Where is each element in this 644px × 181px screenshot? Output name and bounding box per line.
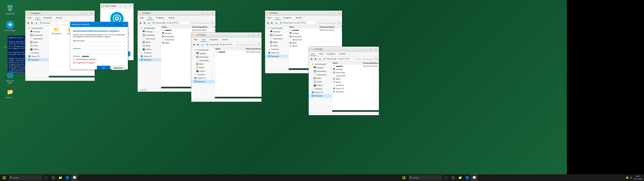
explorer-1-minimize[interactable]: ─: [80, 12, 84, 15]
sidebar-desktop-r1[interactable]: 🖥️Desktop: [265, 30, 288, 33]
taskbar-icon-cortana[interactable]: ◯: [43, 174, 50, 181]
sidebar-schnellzugriff-3[interactable]: ⭐Schnellzugriff: [191, 48, 215, 52]
explorer-r1-maximize[interactable]: □: [332, 12, 336, 15]
explorer-4-close[interactable]: ✕: [374, 48, 378, 51]
search-btn-r1[interactable]: 🔍: [338, 21, 341, 25]
explorer-1-close[interactable]: ✕: [89, 12, 94, 15]
tab-ansicht-4[interactable]: Ansicht: [338, 52, 347, 56]
sidebar-onedrive-2[interactable]: ☁️OneDrive: [138, 51, 161, 54]
sidebar-downloads-2[interactable]: ⬇️Downloads: [138, 33, 161, 37]
taskbar-icon-cortana-2[interactable]: ◯: [443, 174, 450, 181]
sidebar-netzwerk-4[interactable]: 🌐Netzwerk: [309, 94, 332, 98]
sidebar-bilder-r1[interactable]: 🖼️Bilder: [265, 40, 288, 44]
table-row-r1-1[interactable]: 📁■■■■■■ 30.02.2015 16:42 Dateiordner: [289, 28, 342, 32]
sidebar-desktop-4[interactable]: 🖥️Desktop: [309, 66, 332, 70]
sidebar-bilder-2[interactable]: 🖼️Bilder: [138, 40, 161, 44]
tab-ansicht-2[interactable]: Ansicht: [167, 16, 176, 20]
tab-datei-2[interactable]: Datei: [138, 16, 146, 20]
address-bar-2[interactable]: 🌐 Netzwerk ▶ <s1> ▶ SYSVOL: [152, 21, 190, 25]
tab-freigeben-3[interactable]: Freigeben: [208, 38, 219, 42]
up-btn-4[interactable]: ▲: [318, 57, 322, 61]
explorer-1-maximize[interactable]: □: [84, 12, 89, 15]
tab-freigeben-r1[interactable]: Freigeben: [282, 16, 293, 20]
table-row-r1-5[interactable]: 🖼️Bilder: [289, 41, 342, 44]
tab-freigeben-2[interactable]: Freigeben: [155, 16, 166, 20]
sidebar-dokumente-4[interactable]: 📄Dokumente: [309, 73, 332, 76]
sidebar-musik-1[interactable]: 🎵 Musik: [25, 44, 49, 48]
sidebar-dokumente-1[interactable]: 📄 Dokumente: [25, 37, 49, 40]
sidebar-onedrive-3[interactable]: ☁️OneDrive: [191, 73, 215, 76]
credentials-controls[interactable]: ✕: [122, 22, 126, 26]
sidebar-schnellzugriff-4[interactable]: ⭐Schnellzugriff: [309, 62, 332, 66]
sidebar-downloads-4[interactable]: ⬇️Downloads: [309, 70, 332, 73]
sidebar-musik-3[interactable]: 🎵Musik: [191, 66, 215, 69]
sidebar-dokumente-3[interactable]: 📄Dokumente: [191, 59, 215, 62]
table-row-3-1[interactable]: 📁■■■■■■ 19.02.2015 11:02 Dateiordner: [215, 50, 262, 54]
sidebar-videos-1[interactable]: 🎬 Videos: [25, 48, 49, 51]
taskbar-search-box[interactable]: 🔍 Suchen: [9, 175, 42, 180]
sidebar-dieser-pc-2[interactable]: 💻Dieser PC: [138, 54, 161, 58]
sidebar-musik-4[interactable]: 🎵Musik: [309, 80, 332, 84]
sidebar-netzwerk-r1[interactable]: 🌐Netzwerk: [265, 54, 288, 58]
sidebar-videos-3[interactable]: 🎬Videos: [191, 69, 215, 73]
sidebar-dieser-pc-r1[interactable]: 💻Dieser PC: [265, 51, 288, 54]
jabber-maximize[interactable]: □: [123, 4, 128, 8]
explorer-1-controls[interactable]: ─ □ ✕: [80, 12, 94, 15]
username-input[interactable]: [73, 42, 125, 46]
forward-btn-4[interactable]: ▶: [314, 57, 318, 61]
explorer-3-minimize[interactable]: ─: [246, 33, 251, 37]
sidebar-desktop-3[interactable]: 🖥️Desktop: [191, 52, 215, 55]
sidebar-downloads-3[interactable]: ⬇️Downloads: [191, 55, 215, 59]
password-input[interactable]: [73, 50, 125, 54]
jabber-minimize[interactable]: ─: [118, 4, 123, 8]
taskbar-icon-edge-2[interactable]: 🌐: [464, 174, 470, 181]
explorer-3-controls[interactable]: ─ □ ✕: [246, 33, 261, 37]
sidebar-bilder-1[interactable]: 🖼️ Bilder: [25, 40, 49, 44]
sidebar-onedrive-1[interactable]: ☁️ OneDrive: [25, 51, 49, 54]
search-input-r1[interactable]: [317, 21, 337, 25]
up-btn-3[interactable]: ▲: [201, 43, 204, 46]
tab-start-4[interactable]: Start: [318, 52, 324, 56]
tab-start-3[interactable]: Start: [200, 38, 207, 42]
address-bar-r1[interactable]: 🌐 Netzwerk ▶ <s1> ▶ SYSVOL: [279, 21, 316, 25]
back-btn-2[interactable]: ◀: [138, 21, 142, 25]
sidebar-dieser-pc-3[interactable]: 💻Dieser PC: [191, 76, 215, 80]
table-row-4-4[interactable]: 📄Dokumente: [332, 74, 379, 77]
sidebar-videos-4[interactable]: 🎬Videos: [309, 84, 332, 87]
taskbar-icon-edge[interactable]: 🌐: [64, 174, 71, 181]
explorer-4-controls[interactable]: ─ □ ✕: [364, 48, 378, 51]
taskbar-icon-jabber[interactable]: 💬: [71, 174, 78, 181]
sidebar-desktop-1[interactable]: 🖥️ Desktop: [25, 30, 49, 33]
desktop-icon-warbin[interactable]: 📁 War bin...: [3, 87, 17, 99]
taskbar-icon-jabber-2[interactable]: 💬: [471, 174, 478, 181]
tab-start-1[interactable]: Start: [34, 16, 41, 20]
sidebar-onedrive-r1[interactable]: ☁️OneDrive: [265, 48, 288, 51]
explorer-r1-close[interactable]: ✕: [336, 12, 341, 15]
taskbar-icon-explorer-2[interactable]: 📁: [457, 174, 464, 181]
file-netlogon[interactable]: 📁 NETLOGON: [50, 26, 63, 35]
table-row-4-3[interactable]: ⬇️Downloads: [332, 71, 379, 74]
start-button[interactable]: [0, 174, 8, 181]
sidebar-desktop-2[interactable]: 🖥️Desktop: [138, 30, 161, 33]
table-row-4-8[interactable]: 💻Dieser PC: [332, 87, 379, 90]
credentials-close[interactable]: ✕: [122, 22, 126, 26]
desktop-icon-cisco-jabber[interactable]: 💬 Cisco Jabber: [3, 20, 17, 32]
sidebar-bilder-4[interactable]: 🖼️Bilder: [309, 76, 332, 80]
tab-freigeben-4[interactable]: Freigeben: [326, 52, 337, 56]
back-btn-r1[interactable]: ◀: [266, 21, 270, 25]
tab-ansicht-1[interactable]: Ansicht: [54, 16, 63, 20]
up-btn-2[interactable]: ▲: [147, 21, 151, 25]
explorer-2-minimize[interactable]: ─: [200, 12, 205, 15]
tab-datei-4[interactable]: Datei: [310, 52, 316, 56]
jabber-close[interactable]: ✕: [128, 4, 133, 8]
sidebar-musik-2[interactable]: 🎵Musik: [138, 44, 161, 48]
explorer-4-maximize[interactable]: □: [368, 48, 373, 51]
desktop-icon-recycle[interactable]: 🗑️ Papierkorb: [3, 3, 17, 16]
sidebar-netzwerk-1[interactable]: 🌐 Netzwerk: [25, 58, 49, 62]
table-row-4-2[interactable]: 🖥️Desktop: [332, 68, 379, 71]
forward-btn-2[interactable]: ▶: [143, 21, 146, 25]
forward-btn-3[interactable]: ▶: [196, 43, 200, 46]
tab-freigeben-1[interactable]: Freigeben: [42, 16, 53, 20]
explorer-2-close[interactable]: ✕: [210, 12, 215, 15]
sidebar-dokumente-2[interactable]: 📄Dokumente: [138, 37, 161, 40]
